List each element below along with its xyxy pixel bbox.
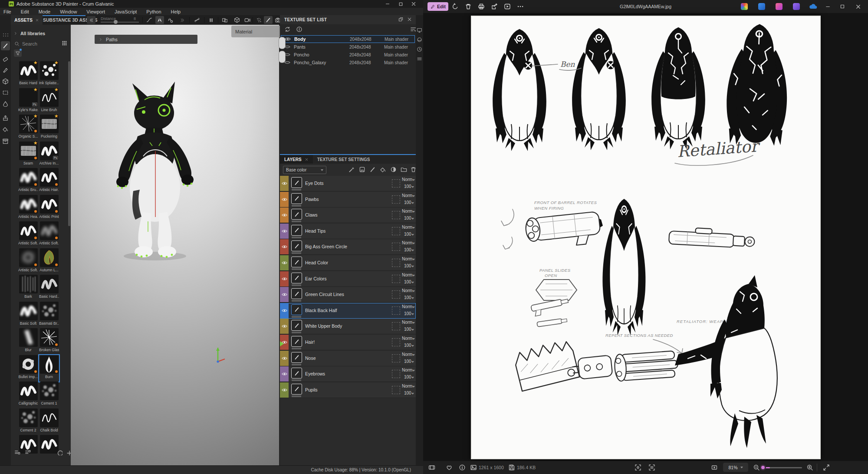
- layer-visibility-toggle[interactable]: [280, 303, 289, 318]
- add-smart-mask-icon[interactable]: [359, 166, 365, 173]
- layer-mask-slot[interactable]: [392, 243, 400, 251]
- add-paint-layer-icon[interactable]: [369, 166, 376, 173]
- layer-row[interactable]: Eye Dots Norm 100: [280, 176, 416, 191]
- favorite-heart-icon[interactable]: [446, 464, 453, 471]
- share-icon[interactable]: [491, 3, 498, 10]
- layer-mask-slot[interactable]: [392, 275, 400, 283]
- particles-button[interactable]: [254, 16, 263, 24]
- layer-thumbnail[interactable]: [291, 193, 302, 204]
- layer-thumbnail[interactable]: [291, 177, 302, 188]
- collapsed-panel-handle[interactable]: [279, 51, 286, 63]
- shader-settings-icon[interactable]: [417, 37, 422, 43]
- layer-row[interactable]: Ear Colors Norm 100: [280, 271, 416, 287]
- fill-tool[interactable]: [1, 125, 10, 134]
- layer-visibility-toggle[interactable]: [280, 319, 289, 334]
- search-input[interactable]: Search: [14, 41, 37, 46]
- asset-item[interactable]: Burn: [39, 355, 59, 382]
- close-button[interactable]: [407, 0, 420, 8]
- asset-item[interactable]: Autumn L...: [39, 248, 59, 275]
- rotate-icon[interactable]: [452, 3, 459, 10]
- layer-row[interactable]: Head Tips Norm 100: [280, 224, 416, 239]
- fit-to-window-icon[interactable]: [711, 464, 718, 471]
- layer-visibility-toggle[interactable]: [280, 239, 289, 254]
- layer-row[interactable]: Head Color Norm 100: [280, 255, 416, 271]
- fullscreen-icon[interactable]: [823, 464, 830, 471]
- maximize-button[interactable]: [394, 0, 407, 8]
- blend-mode-dropdown[interactable]: Norm: [402, 384, 415, 388]
- asset-item[interactable]: Bark: [18, 275, 38, 302]
- opacity-dropdown[interactable]: 100: [404, 232, 414, 237]
- title-bar[interactable]: Pt Adobe Substance 3D Painter - Crum Gal…: [0, 0, 423, 8]
- asset-item[interactable]: Ps Archive In...: [39, 142, 59, 168]
- layer-visibility-toggle[interactable]: [280, 287, 289, 302]
- solo-visibility-icon[interactable]: [296, 26, 302, 33]
- symmetry-settings-button[interactable]: [166, 16, 174, 24]
- add-smart-material-icon[interactable]: [349, 166, 355, 173]
- opacity-dropdown[interactable]: 100: [404, 200, 414, 205]
- layer-thumbnail[interactable]: [291, 209, 302, 220]
- blend-mode-dropdown[interactable]: Norm: [402, 288, 415, 293]
- opacity-dropdown[interactable]: 100: [404, 263, 414, 268]
- paths-header[interactable]: Paths: [95, 35, 197, 44]
- collapse-toolbar-button[interactable]: [87, 16, 95, 24]
- compare-view-icon[interactable]: [648, 464, 655, 471]
- selection-tool[interactable]: [1, 88, 10, 97]
- asset-item[interactable]: Artistic Hea...: [18, 195, 38, 222]
- log-icon[interactable]: [417, 56, 422, 62]
- 3d-viewport[interactable]: Paths Material: [71, 25, 279, 465]
- texture-set-list-header[interactable]: TEXTURE SET LIST: [280, 15, 416, 24]
- asset-item[interactable]: Puckering: [39, 115, 59, 142]
- zoom-in-icon[interactable]: [806, 464, 813, 471]
- blend-mode-dropdown[interactable]: Norm: [402, 177, 415, 182]
- opacity-dropdown[interactable]: 100: [404, 327, 414, 332]
- paint-mode-button[interactable]: [264, 16, 273, 24]
- layer-visibility-toggle[interactable]: [280, 271, 289, 286]
- assets-scrollbar[interactable]: [68, 61, 70, 226]
- layer-row[interactable]: Pupils Norm 100: [280, 382, 416, 398]
- layer-visibility-toggle[interactable]: [280, 351, 289, 366]
- print-icon[interactable]: [478, 3, 485, 10]
- resources-button[interactable]: [1, 137, 10, 146]
- channel-filter-dropdown[interactable]: Base color: [283, 166, 326, 174]
- collapsed-panel-handle[interactable]: [279, 37, 286, 49]
- add-folder-icon[interactable]: [401, 166, 407, 173]
- layer-thumbnail[interactable]: [291, 352, 302, 363]
- layer-visibility-toggle[interactable]: [280, 382, 289, 398]
- asset-item[interactable]: Basmati Br...: [39, 302, 59, 329]
- layer-visibility-toggle[interactable]: [280, 207, 289, 223]
- add-mask-icon[interactable]: [390, 166, 397, 173]
- layer-row[interactable]: Big Ass Green Circle Norm 100: [280, 239, 416, 255]
- layer-mask-slot[interactable]: [392, 386, 400, 394]
- opacity-dropdown[interactable]: 100: [404, 375, 414, 379]
- layer-thumbnail[interactable]: [291, 304, 302, 315]
- menu-item[interactable]: Window: [60, 9, 77, 14]
- layer-thumbnail[interactable]: [291, 320, 302, 331]
- opacity-dropdown[interactable]: 100: [404, 343, 414, 348]
- layer-visibility-toggle[interactable]: [280, 255, 289, 270]
- blend-mode-dropdown[interactable]: Norm: [402, 273, 415, 277]
- layer-mask-slot[interactable]: [392, 370, 400, 378]
- info-icon[interactable]: [459, 464, 466, 471]
- layer-thumbnail[interactable]: [291, 384, 302, 395]
- blend-mode-dropdown[interactable]: Norm: [402, 193, 415, 198]
- asset-item[interactable]: Bullet Imp...: [18, 355, 38, 382]
- smudge-tool[interactable]: [1, 99, 10, 109]
- blend-mode-dropdown[interactable]: Norm: [402, 336, 415, 341]
- opacity-dropdown[interactable]: 100: [404, 391, 414, 395]
- photo-view-area[interactable]: Ben Retaliator: [423, 13, 868, 461]
- layer-mask-slot[interactable]: [392, 338, 400, 346]
- layer-row[interactable]: Nose Norm 100: [280, 351, 416, 366]
- asset-item[interactable]: Ps Kyle's Rake...: [18, 88, 38, 115]
- layer-row[interactable]: White Upper Body Norm 100: [280, 319, 416, 334]
- image-edit-app-icon[interactable]: [758, 3, 765, 10]
- symmetry-button[interactable]: [155, 16, 164, 24]
- opacity-dropdown[interactable]: 100: [404, 359, 414, 364]
- asset-item[interactable]: Line Bruh: [39, 88, 59, 115]
- layer-thumbnail[interactable]: [291, 257, 302, 267]
- grid-view-button[interactable]: [62, 40, 67, 46]
- asset-item[interactable]: Blur: [18, 328, 38, 355]
- projection-tool[interactable]: [1, 66, 10, 75]
- focus-view-icon[interactable]: [635, 464, 641, 471]
- designer-app-icon[interactable]: [793, 3, 800, 10]
- layer-row[interactable]: Hair! Norm 100: [280, 335, 416, 350]
